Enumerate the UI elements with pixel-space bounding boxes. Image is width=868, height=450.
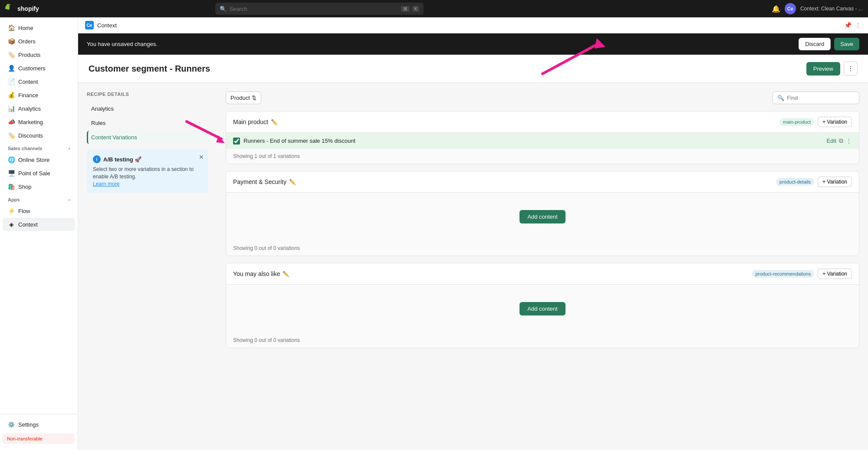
ab-testing-learn-more[interactable]: Learn more	[93, 181, 119, 187]
chevron-icon: ›	[69, 146, 70, 151]
recipe-nav-content-variations[interactable]: Content Variations	[87, 131, 208, 144]
sidebar-item-products[interactable]: 🏷️ Products	[3, 48, 75, 61]
analytics-icon: 📊	[8, 105, 15, 112]
main-product-header-right: main-product + Variation	[779, 117, 852, 127]
main-product-edit-icon[interactable]: ✏️	[271, 119, 278, 125]
sidebar-label-context: Context	[18, 221, 38, 228]
payment-security-section: Payment & Security ✏️ product-details + …	[226, 171, 859, 256]
settings-icon: ⚙️	[8, 421, 15, 428]
sidebar-item-marketing[interactable]: 📣 Marketing	[3, 115, 75, 128]
payment-security-add-variation[interactable]: + Variation	[818, 177, 852, 187]
search-input[interactable]	[229, 6, 398, 12]
save-button[interactable]: Save	[834, 38, 859, 50]
context-more-icon[interactable]: ⋮	[855, 22, 861, 29]
discard-button[interactable]: Discard	[799, 38, 831, 50]
you-may-also-like-tag: product-recommendations	[752, 270, 814, 278]
product-dropdown[interactable]: Product ⇅	[226, 92, 261, 104]
online-store-icon: 🌐	[8, 156, 15, 163]
ab-testing-close-button[interactable]: ✕	[199, 154, 204, 161]
ab-testing-title: A/B testing 🚀	[103, 156, 141, 163]
dropdown-arrow-icon: ⇅	[252, 95, 256, 101]
sales-channels-label: Sales channels ›	[0, 142, 78, 153]
main-product-tag: main-product	[779, 118, 814, 126]
variation-checkbox-1[interactable]	[233, 138, 240, 145]
search-bar[interactable]: 🔍 ⌘ K	[215, 3, 424, 15]
recipe-nav-rules[interactable]: Rules	[87, 116, 208, 130]
content-area: Ce Context 📌 ⋮ You have unsaved changes.…	[78, 17, 868, 450]
topbar-right: 🔔 Ce Context: Clean Canvas - ...	[772, 3, 863, 14]
sidebar-label-flow: Flow	[18, 208, 30, 214]
page-title: Customer segment - Runners	[89, 64, 210, 74]
topbar: shopify 🔍 ⌘ K 🔔 Ce Context: Clean Canvas…	[0, 0, 868, 17]
left-panel: RECIPE DETAILS Analytics Rules Content V…	[78, 83, 217, 450]
sidebar-item-discounts[interactable]: 🏷️ Discounts	[3, 129, 75, 142]
page-more-button[interactable]: ⋮	[844, 62, 858, 76]
marketing-icon: 📣	[8, 118, 15, 125]
you-may-also-like-showing-count: Showing 0 out of 0 variations	[226, 333, 859, 348]
you-may-also-like-header: You may also like ✏️ product-recommendat…	[226, 263, 859, 285]
discounts-icon: 🏷️	[8, 132, 15, 139]
sidebar-label-settings: Settings	[18, 421, 39, 428]
ab-info-icon: i	[93, 155, 101, 163]
notification-bell-icon[interactable]: 🔔	[772, 5, 780, 13]
kbd-k: K	[412, 6, 420, 12]
payment-security-edit-icon[interactable]: ✏️	[289, 179, 296, 185]
page-header: Customer segment - Runners Preview ⋮	[78, 55, 868, 83]
right-panel: Product ⇅ 🔍 Main product ✏️	[217, 83, 868, 450]
sidebar-bottom: ⚙️ Settings Non-transferable	[0, 414, 78, 450]
sidebar-item-content[interactable]: 📄 Content	[3, 75, 75, 88]
you-may-also-like-edit-icon[interactable]: ✏️	[283, 271, 289, 277]
variation-row-1: Runners - End of summer sale 15% discoun…	[226, 133, 859, 149]
sidebar-label-discounts: Discounts	[18, 132, 43, 139]
context-app-icon: Ce	[85, 21, 94, 30]
variation-edit-button[interactable]: Edit	[827, 138, 836, 144]
sidebar-item-online-store[interactable]: 🌐 Online Store	[3, 153, 75, 166]
sidebar-item-flow[interactable]: ⚡ Flow	[3, 204, 75, 217]
main-product-showing-count: Showing 1 out of 1 variations	[226, 149, 859, 164]
home-icon: 🏠	[8, 24, 15, 31]
sidebar-item-context[interactable]: ◈ Context	[3, 218, 75, 231]
sidebar-item-customers[interactable]: 👤 Customers	[3, 62, 75, 75]
payment-security-empty: Add content	[226, 193, 859, 241]
payment-security-header-right: product-details + Variation	[776, 177, 852, 187]
sidebar-label-pos: Point of Sale	[18, 170, 50, 177]
sidebar-label-online-store: Online Store	[18, 157, 49, 163]
you-may-also-like-add-content[interactable]: Add content	[519, 302, 565, 315]
apps-chevron-icon: ›	[69, 197, 70, 202]
pin-icon[interactable]: 📌	[844, 22, 852, 29]
sidebar-label-products: Products	[18, 52, 40, 58]
context-header-actions: 📌 ⋮	[844, 22, 861, 29]
sidebar-item-home[interactable]: 🏠 Home	[3, 21, 75, 34]
payment-security-header: Payment & Security ✏️ product-details + …	[226, 171, 859, 193]
main-product-section: Main product ✏️ main-product + Variation…	[226, 111, 859, 164]
variation-more-icon[interactable]: ⋮	[846, 138, 852, 145]
preview-button[interactable]: Preview	[806, 62, 840, 76]
you-may-also-like-add-variation[interactable]: + Variation	[818, 269, 852, 279]
search-box[interactable]: 🔍	[773, 92, 859, 104]
recipe-nav-analytics[interactable]: Analytics	[87, 102, 208, 115]
find-input[interactable]	[787, 95, 855, 101]
sidebar-item-shop[interactable]: 🛍️ Shop	[3, 180, 75, 193]
context-header-title: Context	[97, 22, 117, 29]
sidebar-label-orders: Orders	[18, 38, 36, 45]
sidebar-item-point-of-sale[interactable]: 🖥️ Point of Sale	[3, 167, 75, 180]
sidebar-item-finance[interactable]: 💰 Finance	[3, 89, 75, 102]
you-may-also-like-title: You may also like ✏️	[233, 270, 289, 277]
variation-copy-icon[interactable]: ⧉	[839, 137, 843, 145]
sidebar-nav: 🏠 Home 📦 Orders 🏷️ Products 👤 Customers …	[0, 17, 78, 414]
flow-icon: ⚡	[8, 207, 15, 214]
avatar[interactable]: Ce	[785, 3, 796, 14]
page-header-actions: Preview ⋮	[806, 62, 858, 76]
payment-security-add-content[interactable]: Add content	[519, 210, 565, 223]
sidebar-label-analytics: Analytics	[18, 105, 41, 112]
main-product-add-variation[interactable]: + Variation	[818, 117, 852, 127]
sidebar-item-analytics[interactable]: 📊 Analytics	[3, 102, 75, 115]
you-may-also-like-header-right: product-recommendations + Variation	[752, 269, 852, 279]
main-product-header: Main product ✏️ main-product + Variation	[226, 112, 859, 133]
content-icon: 📄	[8, 78, 15, 85]
sidebar-label-shop: Shop	[18, 184, 31, 190]
ab-testing-header: i A/B testing 🚀	[93, 155, 202, 163]
variation-left: Runners - End of summer sale 15% discoun…	[233, 138, 355, 145]
sidebar-item-settings[interactable]: ⚙️ Settings	[3, 418, 75, 431]
sidebar-item-orders[interactable]: 📦 Orders	[3, 35, 75, 48]
